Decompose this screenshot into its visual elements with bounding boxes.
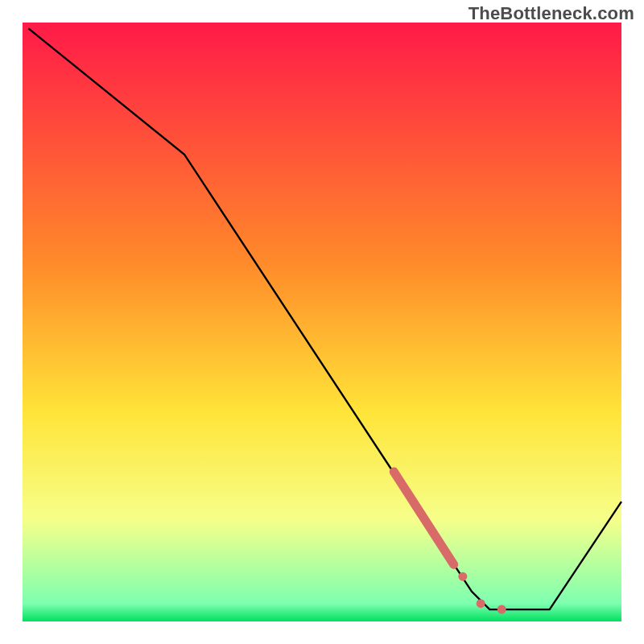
marker-dot (458, 572, 467, 581)
chart-stage: TheBottleneck.com (0, 0, 644, 644)
marker-dot (497, 605, 506, 614)
plot-background (23, 23, 621, 621)
watermark-label: TheBottleneck.com (469, 3, 634, 24)
marker-dot (477, 599, 485, 608)
bottleneck-chart (0, 0, 644, 644)
